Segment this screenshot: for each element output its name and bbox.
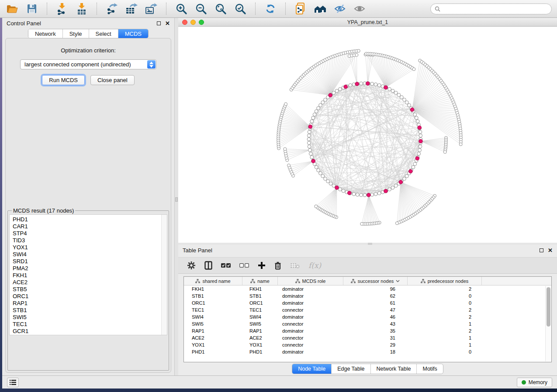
mcds-result-item[interactable]: TEC1 (13, 321, 167, 328)
table-row[interactable]: STB1STB1dominator620 (184, 292, 551, 299)
node-table: shared name name MCDS role successor nod… (183, 276, 552, 362)
tab-network-table[interactable]: Network Table (371, 364, 417, 374)
mcds-result-item[interactable]: PHD1 (13, 216, 167, 223)
table-row[interactable]: PHD1PHD1dominator180 (184, 348, 551, 355)
zoom-out-icon[interactable] (194, 2, 208, 16)
mcds-result-item[interactable]: YOX1 (13, 244, 167, 251)
show-columns-icon[interactable] (204, 261, 212, 270)
add-row-icon[interactable] (258, 261, 266, 269)
maximize-window-icon[interactable] (199, 20, 204, 25)
tab-network[interactable]: Network (28, 29, 63, 38)
mcds-result-item[interactable]: CAR1 (13, 223, 167, 230)
close-panel-icon[interactable]: ✕ (548, 248, 553, 253)
select-stepper-icon (147, 60, 156, 69)
minimize-window-icon[interactable] (190, 20, 196, 25)
float-panel-icon[interactable] (540, 248, 543, 252)
zoom-in-icon[interactable] (174, 2, 188, 16)
table-row[interactable]: SWI5SWI5connector431 (184, 320, 551, 327)
select-all-icon[interactable] (221, 263, 231, 268)
mcds-result-list[interactable]: PHD1CAR1STP4TID3YOX1SWI4SRD1PMA2FKH1ACE2… (9, 214, 167, 335)
table-row[interactable]: ACE2ACE2connector311 (184, 334, 551, 341)
toolbar-separator (255, 3, 256, 15)
table-row[interactable]: YOX1YOX1connector291 (184, 341, 551, 348)
eye-icon[interactable] (353, 2, 367, 16)
mcds-result-item[interactable]: STB5 (13, 286, 167, 293)
table-cell: dominator (278, 314, 343, 320)
table-cell: dominator (278, 328, 343, 334)
network-window-titlebar[interactable]: YPA_prune.txt_1 (178, 18, 557, 27)
tab-select[interactable]: Select (89, 29, 118, 38)
table-cell: 2 (408, 328, 482, 334)
memory-button[interactable]: Memory (517, 378, 552, 387)
mcds-result-item[interactable]: STP4 (13, 230, 167, 237)
scrollbar-thumb[interactable] (547, 287, 550, 327)
zoom-fit-icon[interactable] (214, 2, 228, 16)
import-table-icon[interactable] (75, 2, 89, 16)
mcds-result-item[interactable]: RAP1 (13, 300, 167, 307)
column-header-mcds-role[interactable]: MCDS role (278, 277, 343, 285)
column-header-shared-name[interactable]: shared name (184, 277, 242, 285)
search-input[interactable] (443, 6, 547, 12)
hide-eye-icon[interactable] (333, 2, 347, 16)
mcds-result-item[interactable]: PMA2 (13, 265, 167, 272)
table-cell: PHD1 (184, 349, 242, 354)
mcds-list-scrollbar[interactable] (161, 215, 167, 335)
tab-style[interactable]: Style (63, 29, 89, 38)
tab-mcds[interactable]: MCDS (118, 29, 148, 38)
open-session-icon[interactable] (5, 2, 19, 16)
refresh-icon[interactable] (263, 2, 277, 16)
table-cell: connector (278, 321, 343, 327)
vertical-splitter[interactable] (175, 18, 178, 375)
table-row[interactable]: TEC1TEC1connector472 (184, 306, 551, 313)
function-builder-icon[interactable]: f(x) (308, 261, 321, 270)
houses-icon[interactable] (313, 2, 327, 16)
table-cell: RAP1 (242, 328, 278, 334)
column-header-successor-nodes[interactable]: successor nodes (343, 277, 408, 285)
tab-motifs[interactable]: Motifs (417, 364, 443, 374)
settings-gear-icon[interactable] (187, 261, 196, 270)
network-canvas[interactable] (178, 27, 557, 243)
table-row[interactable]: RAP1RAP1dominator352 (184, 327, 551, 334)
close-panel-icon[interactable]: ✕ (165, 21, 170, 26)
criterion-select[interactable]: largest connected component (undirected) (20, 59, 156, 69)
zoom-selected-icon[interactable] (233, 2, 247, 16)
search-box[interactable] (430, 3, 552, 14)
delete-trash-icon[interactable] (274, 261, 281, 270)
table-cell: SWI4 (242, 314, 278, 320)
tab-edge-table[interactable]: Edge Table (332, 364, 370, 374)
export-table-icon[interactable] (125, 2, 138, 16)
mcds-result-item[interactable]: FKH1 (13, 272, 167, 279)
table-row[interactable]: ORC1ORC1dominator610 (184, 299, 551, 306)
mcds-result-item[interactable]: ORC1 (13, 293, 167, 300)
horizontal-splitter[interactable] (178, 243, 557, 245)
mcds-result-item[interactable]: TID3 (13, 237, 167, 244)
mcds-result-item[interactable]: SWI4 (13, 251, 167, 258)
save-session-icon[interactable] (25, 2, 39, 16)
mcds-result-item[interactable]: STB1 (13, 307, 167, 314)
close-panel-button[interactable]: Close panel (90, 75, 135, 85)
export-network-icon[interactable] (105, 2, 119, 16)
float-panel-icon[interactable] (157, 21, 161, 25)
mcds-result-item[interactable]: SRD1 (13, 258, 167, 265)
table-row[interactable]: FKH1FKH1dominator962 (184, 285, 551, 292)
table-row[interactable]: SWI4SWI4dominator462 (184, 313, 551, 320)
mcds-result-item[interactable]: ACE2 (13, 279, 167, 286)
deselect-all-icon[interactable] (239, 263, 249, 268)
close-window-icon[interactable] (182, 20, 187, 25)
hide-table-icon[interactable] (290, 262, 300, 269)
run-mcds-button[interactable]: Run MCDS (42, 75, 85, 85)
mcds-result-item[interactable]: GCR1 (13, 328, 167, 335)
table-cell: ACE2 (184, 335, 242, 340)
network-window: YPA_prune.txt_1 (178, 18, 557, 243)
column-header-name[interactable]: name (242, 277, 278, 285)
splitter-handle[interactable] (368, 243, 372, 245)
import-network-icon[interactable] (55, 2, 69, 16)
splitter-handle[interactable] (175, 197, 178, 202)
mcds-result-item[interactable]: SWI5 (13, 314, 167, 321)
show-panels-button[interactable] (7, 378, 19, 387)
export-image-icon[interactable] (144, 2, 158, 16)
column-header-predecessor-nodes[interactable]: predecessor nodes (408, 277, 482, 285)
table-scrollbar[interactable] (545, 286, 551, 361)
tab-node-table[interactable]: Node Table (292, 364, 332, 374)
network-from-selection-icon[interactable] (294, 2, 308, 16)
